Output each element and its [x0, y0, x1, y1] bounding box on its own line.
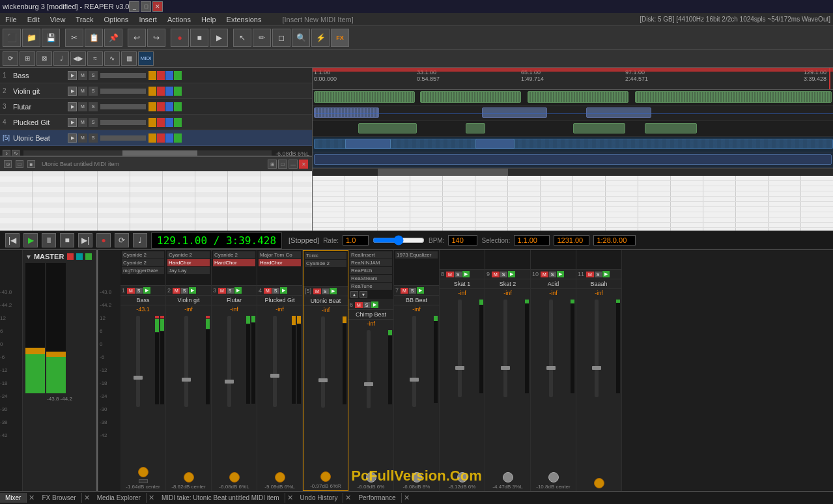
toolbar-cursor[interactable]: ↖ [233, 29, 251, 47]
menu-edit[interactable]: Edit [25, 15, 42, 24]
fx-tag[interactable]: Cyanide 2 [122, 259, 164, 266]
track-env-btn[interactable]: ∿ [12, 150, 20, 156]
pan-knob[interactable] [184, 472, 194, 483]
fx-tag[interactable]: mgTriggerGate [122, 267, 164, 274]
tab-performance-close[interactable]: ✕ [402, 494, 412, 502]
fx-tag[interactable]: Cyanide 2 [122, 251, 164, 259]
fader-knob[interactable] [182, 378, 191, 382]
track-arm-btn[interactable]: ▶ [68, 133, 77, 143]
fx-tag[interactable]: Jay Lay [167, 267, 210, 274]
close-button[interactable]: ✕ [152, 1, 163, 12]
fader-knob[interactable] [501, 366, 510, 370]
fx-tag[interactable]: Cyanide 2 [305, 260, 346, 267]
arm-btn[interactable]: ▶ [417, 287, 424, 294]
toolbar-eraser[interactable]: ◻ [272, 29, 290, 47]
menu-help[interactable]: Help [199, 15, 219, 24]
track-arm-btn[interactable]: ▶ [68, 71, 77, 80]
fx-tag[interactable]: Cyanide 2 [167, 251, 210, 259]
track-volume-slider[interactable] [100, 104, 146, 109]
midi-block[interactable] [482, 107, 547, 118]
mute-btn[interactable]: M [173, 288, 180, 294]
toolbar-redo[interactable]: ↪ [147, 29, 165, 47]
transport-pause[interactable]: ⏸ [42, 233, 56, 247]
track-mute-btn[interactable]: M [78, 71, 87, 80]
menu-insert[interactable]: Insert [136, 15, 160, 24]
track-color-blue[interactable] [165, 71, 173, 80]
menu-options[interactable]: Options [101, 15, 131, 24]
midi-block[interactable] [466, 123, 485, 133]
track-volume-slider[interactable] [100, 73, 146, 78]
piano-roll-ctrl-btn3[interactable]: — [289, 160, 298, 169]
toolbar2-metronome[interactable]: ♩ [53, 51, 69, 66]
solo-btn[interactable]: S [409, 288, 416, 294]
toolbar-cut[interactable]: ✂ [65, 29, 83, 47]
fader-rail[interactable] [321, 316, 325, 408]
tab-media-explorer-close[interactable]: ✕ [147, 494, 156, 502]
arm-btn[interactable]: ▶ [508, 271, 515, 277]
menu-view[interactable]: View [48, 15, 68, 24]
bpm-input[interactable] [448, 235, 477, 245]
fader-knob[interactable] [225, 380, 234, 384]
fader-knob[interactable] [318, 378, 328, 382]
mute-btn[interactable]: M [541, 272, 548, 277]
track-color[interactable] [157, 87, 165, 96]
solo-btn[interactable]: S [363, 302, 371, 308]
track-color[interactable] [148, 87, 156, 96]
track-volume-slider[interactable] [100, 120, 146, 125]
toolbar2-midi[interactable]: MIDI [138, 51, 154, 66]
toolbar-copy[interactable]: 📋 [85, 29, 103, 47]
fx-up[interactable]: ▲ [350, 291, 358, 298]
solo-btn[interactable]: S [500, 272, 507, 277]
track-color[interactable] [148, 133, 156, 143]
mute-btn[interactable]: M [492, 272, 500, 277]
fx-tag[interactable]: ReaPitch [350, 267, 392, 274]
minimize-button[interactable]: _ [129, 1, 139, 12]
toolbar2-envelope[interactable]: ∿ [104, 51, 120, 66]
tab-fx-browser-close[interactable]: ✕ [82, 494, 92, 502]
fx-down[interactable]: ▼ [360, 291, 367, 298]
midi-block[interactable] [314, 107, 379, 118]
track-color[interactable] [174, 87, 182, 96]
tab-undo-history[interactable]: Undo History [295, 493, 344, 503]
track-color[interactable] [165, 133, 173, 143]
fader-rail[interactable] [458, 300, 462, 397]
fx-tag[interactable]: Tonic [305, 252, 346, 259]
piano-roll-close-btn[interactable]: ✕ [299, 160, 308, 169]
mute-btn[interactable]: M [127, 288, 135, 294]
toolbar2-loop[interactable]: ⟳ [3, 51, 18, 66]
mute-btn[interactable]: M [264, 288, 272, 294]
fx-tag-highlighted[interactable]: HardChor [167, 259, 210, 266]
midi-block[interactable] [314, 91, 415, 103]
toolbar-save[interactable]: 💾 [42, 29, 60, 47]
fx-tag[interactable]: ReaStream [350, 275, 392, 282]
arm-btn[interactable]: ▶ [557, 271, 564, 277]
solo-btn[interactable]: S [455, 272, 462, 277]
track-arm-btn[interactable]: ▶ [68, 87, 77, 96]
fx-tag-highlighted[interactable]: HardChor [259, 259, 301, 266]
midi-block-utonic[interactable] [314, 154, 832, 165]
arm-btn[interactable]: ▶ [143, 287, 150, 294]
fader-rail[interactable] [273, 316, 277, 407]
midi-block[interactable] [528, 91, 628, 103]
fx-tag[interactable]: ReaNINJAM [350, 259, 392, 266]
tab-midi-take[interactable]: MIDI take: Utonic Beat untitled MIDI ite… [156, 493, 285, 503]
arm-btn[interactable]: ▶ [234, 287, 242, 294]
piano-roll-btn-3[interactable]: ■ [27, 160, 35, 168]
toolbar-pencil[interactable]: ✏ [253, 29, 271, 47]
toolbar2-mixer[interactable]: ▦ [121, 51, 137, 66]
pan-knob[interactable] [366, 472, 376, 483]
track-color[interactable] [174, 118, 182, 127]
track-color[interactable] [165, 102, 173, 111]
pan-knob[interactable] [275, 472, 285, 483]
fx-tag[interactable]: Cyanide 2 [213, 251, 255, 259]
fader-knob[interactable] [364, 382, 373, 386]
tab-midi-take-close[interactable]: ✕ [285, 494, 295, 502]
solo-btn[interactable]: S [181, 288, 188, 294]
pan-knob[interactable] [548, 472, 559, 483]
fx-tag[interactable]: RealInsert [350, 251, 392, 259]
fx-tag[interactable]: 1973 Equalizer [395, 251, 438, 259]
tab-undo-history-close[interactable]: ✕ [343, 494, 353, 502]
track-color[interactable] [174, 102, 182, 111]
arm-btn[interactable]: ▶ [462, 271, 470, 277]
toolbar2-ripple[interactable]: ≈ [87, 51, 103, 66]
